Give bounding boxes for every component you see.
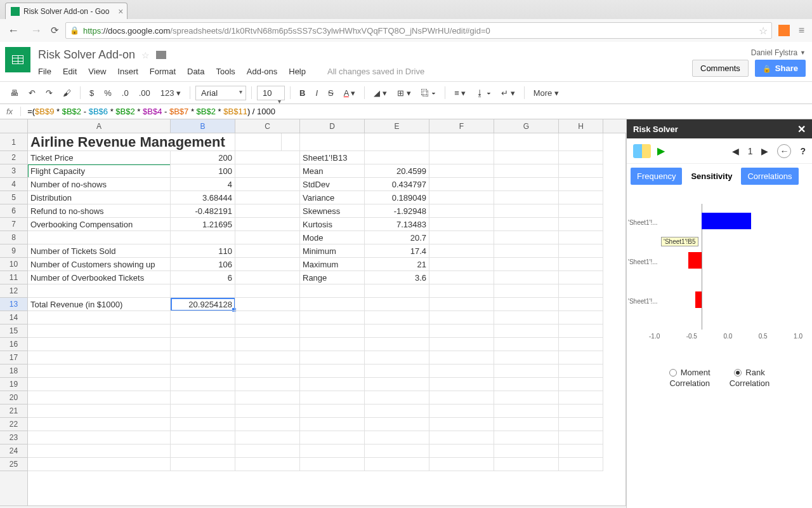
cell[interactable]: Maximum <box>300 258 365 271</box>
row-header[interactable]: 7 <box>0 218 27 231</box>
cell[interactable]: Skewness <box>300 204 365 218</box>
cell[interactable] <box>235 258 300 271</box>
cell[interactable] <box>559 258 603 271</box>
cell[interactable]: Number of Customers showing up <box>28 258 171 271</box>
cell[interactable] <box>429 271 494 284</box>
cell[interactable] <box>494 351 559 364</box>
tab-close-icon[interactable]: × <box>118 6 123 17</box>
cell[interactable] <box>559 391 603 404</box>
cell[interactable]: 110 <box>171 244 235 258</box>
cell[interactable] <box>365 311 429 324</box>
cell[interactable]: 7.13483 <box>365 218 429 231</box>
cell[interactable] <box>494 271 559 284</box>
cell[interactable] <box>28 284 171 298</box>
menu-data[interactable]: Data <box>187 67 204 76</box>
cell[interactable]: 20.4599 <box>365 164 429 178</box>
menu-addons[interactable]: Add-ons <box>247 67 277 76</box>
cell[interactable] <box>235 324 300 338</box>
cell[interactable]: Variance <box>300 191 365 204</box>
cell[interactable] <box>429 218 494 231</box>
cell[interactable] <box>494 364 559 378</box>
cell[interactable] <box>171 133 235 151</box>
cell[interactable] <box>300 458 365 471</box>
cell[interactable] <box>494 231 559 244</box>
cell[interactable] <box>494 133 559 151</box>
prev-icon[interactable]: ◀ <box>732 146 739 156</box>
cell[interactable] <box>494 404 559 418</box>
cell[interactable] <box>429 244 494 258</box>
row-header[interactable]: 1 <box>0 133 27 151</box>
cell[interactable] <box>235 431 300 444</box>
more-formats-icon[interactable]: 123 ▾ <box>157 86 185 100</box>
rank-correlation-radio[interactable]: Rank Correlation <box>730 368 770 388</box>
star-icon[interactable]: ☆ <box>141 50 150 60</box>
text-color-icon[interactable]: A ▾ <box>340 86 360 100</box>
tab-correlations[interactable]: Correlations <box>741 168 798 185</box>
cell[interactable] <box>28 378 171 391</box>
cell[interactable] <box>28 338 171 351</box>
cell[interactable] <box>235 284 300 298</box>
cell[interactable] <box>559 298 603 311</box>
cell[interactable]: Sheet1'!B13 <box>300 151 365 164</box>
cell[interactable] <box>365 324 429 338</box>
cell[interactable] <box>300 404 365 418</box>
help-icon[interactable]: ? <box>800 146 806 156</box>
cell[interactable]: Number of no-shows <box>28 178 171 191</box>
cell[interactable] <box>28 364 171 378</box>
cell[interactable]: 106 <box>171 258 235 271</box>
cell[interactable] <box>494 458 559 471</box>
cell[interactable] <box>559 284 603 298</box>
cell[interactable] <box>235 364 300 378</box>
cell[interactable] <box>429 204 494 218</box>
cell[interactable] <box>365 404 429 418</box>
cell[interactable]: Refund to no-shows <box>28 204 171 218</box>
row-header[interactable]: 10 <box>0 258 27 271</box>
comments-button[interactable]: Comments <box>692 60 749 77</box>
cell[interactable] <box>28 231 171 244</box>
row-header[interactable]: 9 <box>0 244 27 258</box>
cell[interactable]: 1.21695 <box>171 218 235 231</box>
cell[interactable] <box>300 311 365 324</box>
cell[interactable] <box>494 418 559 431</box>
cell[interactable] <box>235 244 300 258</box>
cell[interactable]: Range <box>300 271 365 284</box>
cell[interactable] <box>429 418 494 431</box>
cell[interactable] <box>235 298 300 311</box>
cell[interactable]: Mean <box>300 164 365 178</box>
cell[interactable] <box>171 324 235 338</box>
cell[interactable] <box>365 364 429 378</box>
borders-icon[interactable]: ⊞ ▾ <box>393 86 415 100</box>
cell[interactable]: Total Revenue (in $1000) <box>28 298 171 311</box>
cell[interactable] <box>365 151 429 164</box>
tab-sensitivity[interactable]: Sensitivity <box>684 168 738 185</box>
column-header[interactable]: C <box>235 119 300 133</box>
cell[interactable] <box>429 258 494 271</box>
cell[interactable] <box>559 311 603 324</box>
merge-icon[interactable]: ⿻ ▾ <box>417 86 440 100</box>
cell[interactable] <box>494 324 559 338</box>
cell[interactable] <box>235 404 300 418</box>
reload-button[interactable]: ⟳ <box>51 25 59 36</box>
cell[interactable] <box>494 444 559 458</box>
cell[interactable] <box>429 231 494 244</box>
cell[interactable] <box>171 338 235 351</box>
cell[interactable] <box>429 444 494 458</box>
column-header[interactable]: D <box>300 119 365 133</box>
row-header[interactable]: 19 <box>0 378 27 391</box>
row-header[interactable]: 12 <box>0 284 27 298</box>
cell[interactable] <box>429 164 494 178</box>
cell[interactable] <box>494 311 559 324</box>
cell[interactable] <box>28 404 171 418</box>
cell[interactable] <box>28 418 171 431</box>
cell[interactable] <box>429 378 494 391</box>
menu-tools[interactable]: Tools <box>216 67 235 76</box>
row-header[interactable]: 2 <box>0 151 27 164</box>
column-header[interactable]: F <box>429 119 494 133</box>
cell[interactable]: Number of Overbooked Tickets <box>28 271 171 284</box>
cell[interactable]: 20.9254128 <box>171 298 235 311</box>
cell[interactable] <box>300 364 365 378</box>
cell[interactable] <box>429 351 494 364</box>
cell[interactable] <box>494 378 559 391</box>
wrap-icon[interactable]: ↵ ▾ <box>497 86 519 100</box>
cell[interactable] <box>300 378 365 391</box>
